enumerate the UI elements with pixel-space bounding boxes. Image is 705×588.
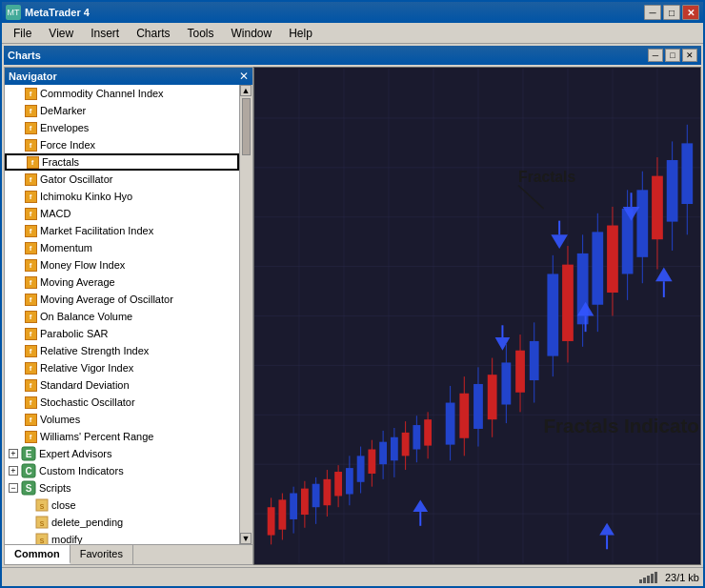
status-info: 23/1 kb [665,572,699,583]
svg-rect-68 [473,384,483,429]
close-button[interactable]: ✕ [682,5,699,20]
nav-icon: f [24,327,37,340]
nav-item-demarker[interactable]: f DeMarker [5,102,239,119]
nav-icon: f [26,155,39,169]
nav-icon: f [24,87,37,100]
nav-icon: f [24,172,37,186]
navigator-title: Navigator [9,71,57,82]
expand-icon: − [9,483,18,493]
svg-rect-96 [667,160,678,222]
title-bar-left: MT MetaTrader 4 [6,5,90,20]
minimize-button[interactable]: ─ [644,5,661,20]
nav-item-ichimoku[interactable]: f Ichimoku Kinko Hyo [5,188,239,205]
window-controls: ─ □ ✕ [644,5,699,20]
nav-icon: f [24,207,37,220]
window-title: MetaTrader 4 [25,7,90,18]
svg-text:S: S [26,483,32,494]
nav-icon: f [24,413,37,426]
svg-rect-80 [547,274,558,355]
mdi-area: Charts ─ □ ✕ Navigator ✕ f [2,44,703,567]
svg-text:s: s [40,518,45,528]
svg-rect-34 [278,499,286,529]
nav-section-scripts[interactable]: − S Scripts [5,479,239,497]
nav-icon: f [24,104,37,117]
nav-item-parabolic-sar[interactable]: f Parabolic SAR [5,325,239,342]
svg-text:Fractals: Fractals [518,169,575,185]
nav-item-momentum[interactable]: f Momentum [5,239,239,256]
svg-rect-50 [368,450,375,474]
nav-item-moving-average[interactable]: f Moving Average [5,274,239,291]
nav-scrollbar[interactable]: ▲ ▼ [239,85,252,544]
nav-icon: f [24,293,37,306]
nav-item-on-balance-volume[interactable]: f On Balance Volume [5,308,239,325]
scripts-icon: S [21,480,36,496]
svg-rect-92 [636,190,648,256]
nav-item-williams[interactable]: f Williams' Percent Range [5,428,239,445]
svg-rect-54 [391,437,398,460]
nav-section-custom-indicators[interactable]: + C Custom Indicators [5,462,239,479]
bar-4 [651,574,654,583]
bar-3 [647,576,650,583]
menu-window[interactable]: Window [224,25,280,42]
svg-rect-78 [530,341,539,380]
navigator-close[interactable]: ✕ [239,70,249,83]
menu-help[interactable]: Help [281,25,320,42]
svg-text:s: s [40,501,45,511]
scroll-down[interactable]: ▼ [240,533,252,544]
nav-item-money-flow[interactable]: f Money Flow Index [5,256,239,274]
nav-item-script-close[interactable]: s close [5,497,239,514]
scroll-thumb[interactable] [242,98,251,155]
menu-charts[interactable]: Charts [129,25,177,42]
svg-rect-32 [268,507,275,535]
nav-item-commodity-channel-index[interactable]: f Commodity Channel Index [5,85,239,102]
restore-button[interactable]: □ [663,5,680,20]
menu-tools[interactable]: Tools [180,25,222,42]
title-bar: MT MetaTrader 4 ─ □ ✕ [2,2,703,23]
script-file-icon: s [35,498,49,512]
nav-section-expert-advisors[interactable]: + E Expert Advisors [5,445,239,462]
mdi-minimize[interactable]: ─ [648,49,663,62]
custom-indicators-icon: C [21,463,36,478]
nav-item-standard-deviation[interactable]: f Standard Deviation [5,376,239,394]
nav-item-force-index[interactable]: f Force Index [5,136,239,153]
menu-file[interactable]: File [6,25,39,42]
nav-item-relative-vigor[interactable]: f Relative Vigor Index [5,359,239,376]
nav-item-fractals[interactable]: f Fractals [5,153,239,171]
nav-icon: f [24,378,37,392]
tab-favorites[interactable]: Favorites [70,545,133,564]
nav-item-market-facilitation[interactable]: f Market Facilitation Index [5,222,239,239]
svg-rect-36 [290,494,297,519]
nav-item-gator-oscillator[interactable]: f Gator Oscillator [5,171,239,188]
svg-rect-48 [357,456,365,481]
svg-rect-86 [592,232,603,304]
script-file-icon: s [35,516,49,529]
nav-item-volumes[interactable]: f Volumes [5,411,239,428]
main-window: MT MetaTrader 4 ─ □ ✕ File View Insert C… [0,0,705,588]
mdi-restore[interactable]: □ [665,49,680,62]
mdi-title-bar: Charts ─ □ ✕ [4,46,701,65]
chart-area[interactable]: Fractals Fractals Indicator [253,67,701,565]
nav-item-script-delete-pending[interactable]: s delete_pending [5,514,239,531]
nav-item-moving-average-oscillator[interactable]: f Moving Average of Oscillator [5,291,239,308]
navigator-panel: Navigator ✕ f Commodity Channel Index f … [4,67,253,565]
mdi-close[interactable]: ✕ [682,49,697,62]
svg-rect-44 [334,472,342,496]
svg-rect-74 [501,362,511,404]
svg-rect-42 [323,479,331,505]
nav-item-stochastic[interactable]: f Stochastic Oscillator [5,394,239,411]
bar-2 [643,578,646,583]
nav-item-rsi[interactable]: f Relative Strength Index [5,342,239,359]
tab-common[interactable]: Common [5,545,70,564]
svg-rect-56 [402,433,410,456]
nav-item-script-modify[interactable]: s modify [5,531,239,544]
menu-view[interactable]: View [41,25,81,42]
navigator-tabs: Common Favorites [5,544,252,564]
mdi-controls: ─ □ ✕ [648,49,697,62]
nav-icon: f [24,241,37,254]
menu-insert[interactable]: Insert [83,25,127,42]
nav-item-macd[interactable]: f MACD [5,205,239,222]
expand-icon: + [9,466,18,476]
nav-item-envelopes[interactable]: f Envelopes [5,119,239,136]
scroll-up[interactable]: ▲ [240,85,252,96]
nav-icon: f [24,224,37,237]
